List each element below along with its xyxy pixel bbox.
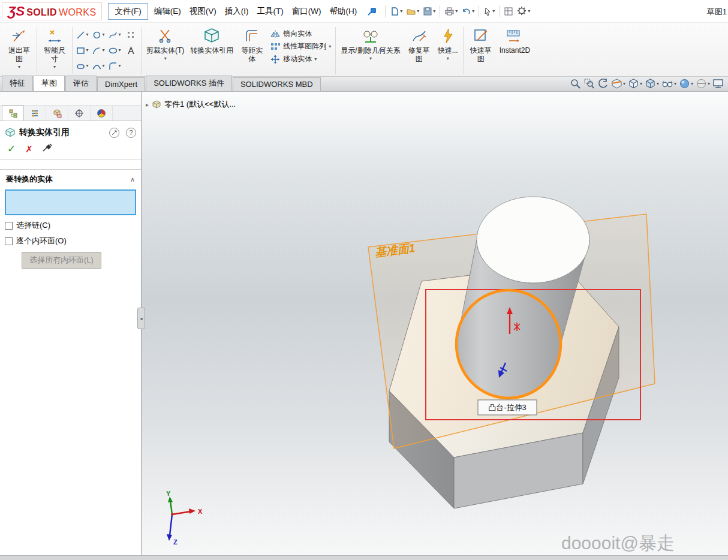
dropdown-caret[interactable]: ▾ (433, 9, 435, 14)
three-point-arc-tool-button[interactable]: ▾ (91, 58, 107, 74)
zoom-area-button[interactable] (583, 78, 595, 89)
dropdown-caret[interactable]: ▾ (472, 9, 474, 14)
help-icon[interactable]: ? (126, 128, 136, 138)
dropdown-caret[interactable]: ▾ (708, 82, 710, 86)
dropdown-caret[interactable]: ▾ (118, 48, 121, 53)
dropdown-caret[interactable]: ▾ (640, 82, 642, 86)
print-button[interactable]: ▾ (443, 4, 459, 19)
dropdown-caret[interactable]: ▾ (329, 44, 331, 49)
selection-filter-button[interactable] (502, 4, 515, 19)
previous-view-button[interactable] (597, 78, 609, 89)
dropdown-caret[interactable]: ▾ (118, 32, 121, 37)
dropdown-caret[interactable]: ▾ (691, 82, 693, 86)
menu-edit[interactable]: 编辑(E) (150, 3, 185, 20)
select-chain-checkbox[interactable] (5, 222, 13, 230)
menu-window[interactable]: 窗口(W) (288, 3, 326, 20)
section-entities-to-convert[interactable]: 要转换的实体 ∧ (0, 169, 141, 187)
tree-expand-arrow-icon[interactable]: ▸ (146, 101, 149, 108)
pm-tab-configurationmanager[interactable] (46, 106, 68, 121)
dropdown-caret[interactable]: ▾ (369, 56, 372, 61)
cancel-button[interactable]: ✗ (25, 144, 33, 153)
dropdown-caret[interactable]: ▾ (623, 82, 625, 86)
menu-file[interactable]: 文件(F) (108, 3, 148, 20)
dropdown-caret[interactable]: ▾ (657, 82, 659, 86)
dropdown-caret[interactable]: ▾ (102, 32, 104, 37)
circle-tool-button[interactable]: ▾ (91, 27, 107, 43)
menu-tools[interactable]: 工具(T) (252, 3, 287, 20)
ok-button[interactable]: ✓ (7, 144, 16, 154)
rapid-sketch-button[interactable]: 快速草图 (465, 25, 497, 65)
view-settings-button[interactable] (712, 78, 724, 89)
view-orientation-button[interactable]: ▾ (628, 78, 642, 89)
instant2d-button[interactable]: Instant2D (497, 25, 533, 56)
tab-solidworks-addins[interactable]: SOLIDWORKS 插件 (146, 76, 232, 91)
mirror-entities-button[interactable]: 镜向实体 (270, 29, 331, 39)
ellipse-tool-button[interactable]: ▾ (107, 43, 123, 58)
options-gear-button[interactable]: ▾ (515, 4, 532, 19)
convert-entities-button[interactable]: 转换实体引用 (187, 25, 236, 56)
dropdown-caret[interactable]: ▾ (86, 32, 88, 37)
dropdown-caret[interactable]: ▾ (18, 65, 20, 70)
line-tool-button[interactable]: ▾ (74, 27, 91, 43)
select-chain-row[interactable]: 选择链(C) (0, 218, 141, 233)
dropdown-caret[interactable]: ▾ (102, 48, 104, 53)
collapse-chevron-icon[interactable]: ∧ (130, 176, 135, 183)
undo-button[interactable]: ▾ (459, 4, 476, 19)
move-entities-button[interactable]: 移动实体 ▾ (270, 54, 331, 64)
apply-scene-button[interactable]: ▾ (696, 78, 710, 89)
arc-tool-button[interactable]: ▾ (91, 43, 107, 58)
dropdown-caret[interactable]: ▾ (86, 64, 88, 68)
spline-tool-button[interactable]: ▾ (107, 27, 123, 43)
dropdown-caret[interactable]: ▾ (164, 56, 167, 61)
menu-insert[interactable]: 插入(I) (221, 3, 253, 20)
panel-splitter-handle[interactable]: ◂ (137, 308, 145, 329)
edit-appearance-button[interactable]: ▾ (679, 78, 693, 89)
dropdown-caret[interactable]: ▾ (102, 64, 104, 68)
model-scene[interactable]: 基准面1 (142, 92, 728, 555)
pm-tab-propertymanager[interactable] (24, 106, 46, 121)
pm-tab-displaymanager[interactable] (91, 106, 113, 121)
tab-evaluate[interactable]: 评估 (65, 76, 97, 91)
keep-visible-pin-icon[interactable] (43, 143, 52, 154)
save-button[interactable]: ▾ (421, 4, 437, 19)
text-tool-button[interactable] (123, 43, 139, 58)
entities-selection-listbox[interactable] (5, 189, 136, 215)
dropdown-caret[interactable]: ▾ (455, 9, 458, 14)
pin-menu-icon[interactable] (366, 5, 378, 17)
exit-sketch-button[interactable]: 退出草图 ▾ (4, 25, 35, 71)
select-all-inner-loops-button[interactable]: 选择所有内环面(L) (22, 252, 101, 269)
dropdown-caret[interactable]: ▾ (674, 82, 676, 86)
graphics-viewport[interactable]: ▸ 零件1 (默认<<默认... (142, 92, 728, 555)
dropdown-caret[interactable]: ▾ (86, 48, 88, 53)
slot-tool-button[interactable]: ▾ (74, 58, 91, 74)
dropdown-caret[interactable]: ▾ (400, 9, 402, 14)
feature-tree-flyout[interactable]: ▸ 零件1 (默认<<默认... (146, 99, 236, 110)
dropdown-caret[interactable]: ▾ (417, 9, 419, 14)
tab-features[interactable]: 特征 (2, 76, 33, 91)
dropdown-caret[interactable]: ▾ (492, 9, 495, 14)
pm-tab-featuremanager[interactable] (2, 106, 24, 121)
dropdown-caret[interactable]: ▾ (447, 56, 449, 61)
menu-help[interactable]: 帮助(H) (325, 3, 361, 20)
hide-show-items-button[interactable]: ▾ (661, 78, 676, 89)
display-style-button[interactable]: ▾ (645, 78, 659, 89)
tab-dimxpert[interactable]: DimXpert (97, 77, 145, 91)
inner-loops-checkbox[interactable] (5, 237, 13, 245)
repair-sketch-button[interactable]: 修复草图 (404, 25, 435, 65)
quick-snaps-button[interactable]: 快速... ▾ (435, 25, 461, 62)
offset-entities-button[interactable]: 等距实体 (236, 25, 267, 65)
linear-pattern-button[interactable]: 线性草图阵列 ▾ (270, 41, 331, 52)
pm-tab-dimxpertmanager[interactable] (68, 106, 91, 121)
sketch-pattern-tool-button[interactable] (123, 27, 139, 43)
display-delete-relations-button[interactable]: 显示/删除几何关系 ▾ (338, 25, 403, 62)
inner-loops-row[interactable]: 逐个内环面(O) (0, 233, 141, 249)
section-view-button[interactable]: ▾ (611, 78, 625, 89)
select-button[interactable]: ▾ (482, 4, 497, 19)
rectangle-tool-button[interactable]: ▾ (74, 43, 91, 58)
fillet-tool-button[interactable]: ▾ (107, 58, 123, 74)
tab-sketch[interactable]: 草图 (34, 76, 65, 91)
dropdown-caret[interactable]: ▾ (528, 9, 530, 14)
dropdown-caret[interactable]: ▾ (118, 64, 121, 68)
feedback-icon[interactable] (109, 128, 119, 138)
menu-view[interactable]: 视图(V) (185, 3, 221, 20)
